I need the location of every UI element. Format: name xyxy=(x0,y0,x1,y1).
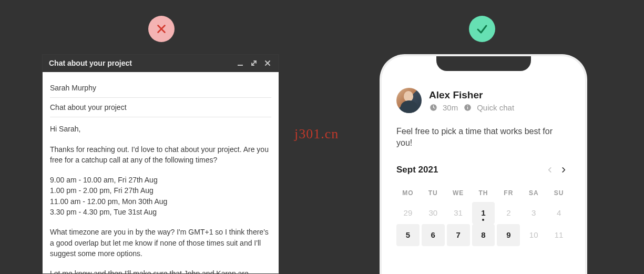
close-icon xyxy=(264,59,271,67)
next-month-button[interactable] xyxy=(557,163,570,177)
avatar xyxy=(396,88,422,113)
expand-button[interactable] xyxy=(249,58,259,68)
good-example-badge xyxy=(469,16,495,42)
month-label: Sept 2021 xyxy=(396,165,543,175)
calendar-day: 4 xyxy=(547,202,570,224)
calendar: MO TU WE TH FR SA SU 2930311234567891011 xyxy=(396,186,570,246)
host-header: Alex Fisher 30m Quick chat xyxy=(396,88,570,113)
expand-icon xyxy=(250,59,258,67)
host-subline: 30m Quick chat xyxy=(429,103,514,112)
calendar-day: 10 xyxy=(522,224,545,246)
calendar-day[interactable]: 6 xyxy=(422,224,445,246)
check-icon xyxy=(476,23,488,35)
svg-rect-8 xyxy=(467,107,468,109)
closing-paragraph: Let me know and then I'll make sure that… xyxy=(50,268,271,273)
dow: SA xyxy=(522,186,545,202)
minimize-icon xyxy=(237,59,244,67)
calendar-day: 11 xyxy=(547,224,570,246)
greeting: Hi Sarah, xyxy=(50,124,271,134)
minimize-button[interactable] xyxy=(236,58,245,68)
calendar-day[interactable]: 1 xyxy=(472,202,495,224)
email-title: Chat about your project xyxy=(49,59,132,67)
calendar-day: 31 xyxy=(447,202,470,224)
phone-notch xyxy=(436,56,531,71)
dow: TU xyxy=(422,186,445,202)
email-body: Sarah Murphy Chat about your project Hi … xyxy=(43,72,279,273)
x-icon xyxy=(156,23,167,35)
calendar-day[interactable]: 8 xyxy=(472,224,495,246)
time-slot: 3.30 pm - 4.30 pm, Tue 31st Aug xyxy=(50,207,271,217)
dow: TH xyxy=(472,186,495,202)
subject-field[interactable]: Chat about your project xyxy=(50,98,271,117)
info-icon xyxy=(463,103,472,111)
close-button[interactable] xyxy=(263,58,272,68)
bad-example-badge xyxy=(148,16,175,42)
dow-header: MO TU WE TH FR SA SU xyxy=(396,186,570,202)
calendar-week: 567891011 xyxy=(396,224,570,246)
chevron-left-icon xyxy=(546,166,554,174)
dow: MO xyxy=(396,186,420,202)
duration-label: 30m xyxy=(443,103,458,112)
welcome-message: Feel free to pick a time that works best… xyxy=(396,126,570,149)
calendar-day[interactable]: 7 xyxy=(447,224,470,246)
calendar-day[interactable]: 9 xyxy=(497,224,520,246)
time-slot: 9.00 am - 10.00 am, Fri 27th Aug xyxy=(50,175,271,185)
email-compose-window: Chat about your project Sarah Murphy Cha… xyxy=(42,54,279,274)
clock-icon xyxy=(429,103,437,111)
dow: WE xyxy=(447,186,470,202)
dow: SU xyxy=(547,186,570,202)
dow: FR xyxy=(497,186,520,202)
to-field[interactable]: Sarah Murphy xyxy=(50,78,271,98)
time-slots: 9.00 am - 10.00 am, Fri 27th Aug 1.00 pm… xyxy=(50,175,271,217)
calendar-day: 2 xyxy=(497,202,520,224)
calendar-day[interactable]: 5 xyxy=(396,224,420,246)
prev-month-button[interactable] xyxy=(543,163,557,177)
calendar-day: 30 xyxy=(422,202,445,224)
time-slot: 1.00 pm - 2.00 pm, Fri 27th Aug xyxy=(50,185,271,196)
email-message[interactable]: Hi Sarah, Thanks for reaching out. I'd l… xyxy=(50,117,271,273)
host-name: Alex Fisher xyxy=(429,89,514,101)
calendar-week: 2930311234 xyxy=(396,202,570,224)
svg-line-3 xyxy=(252,61,256,65)
calendar-day: 29 xyxy=(396,202,420,224)
booking-page: Alex Fisher 30m Quick chat Feel free to … xyxy=(382,56,585,274)
chevron-right-icon xyxy=(560,166,567,174)
intro-paragraph: Thanks for reaching out. I'd love to cha… xyxy=(50,144,271,166)
time-slot: 11.00 am - 12.00 pm, Mon 30th Aug xyxy=(50,196,271,207)
event-type-label: Quick chat xyxy=(477,103,514,112)
month-nav: Sept 2021 xyxy=(396,163,570,177)
watermark-text: j301.cn xyxy=(294,126,339,142)
timezone-paragraph: What timezone are you in by the way? I'm… xyxy=(50,227,271,259)
svg-rect-9 xyxy=(467,105,468,106)
calendar-day: 3 xyxy=(522,202,545,224)
phone-mockup: Alex Fisher 30m Quick chat Feel free to … xyxy=(380,54,587,274)
today-dot-icon xyxy=(482,219,484,221)
email-titlebar: Chat about your project xyxy=(43,55,279,72)
